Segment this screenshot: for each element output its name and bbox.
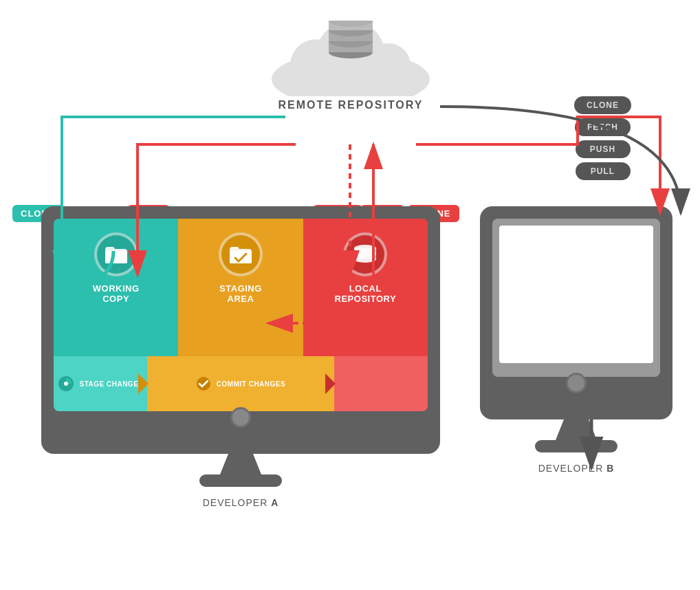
cloud-section: REMOTE REPOSITORY — [234, 21, 468, 111]
commit-arrow — [325, 373, 342, 394]
stage-changes-label: STAGE CHANGES — [80, 380, 144, 388]
monitor-a-button — [230, 407, 251, 428]
svg-point-23 — [64, 382, 68, 386]
working-copy-zone: WORKING COPY — [54, 219, 178, 356]
commit-changes-zone: COMMIT CHANGES — [147, 356, 334, 411]
developer-b-bold: B — [606, 463, 614, 474]
commit-icon — [196, 376, 211, 391]
svg-point-15 — [54, 219, 113, 285]
computer-a: WORKING COPY STAGING AREA — [41, 206, 440, 508]
developer-b-text: DEVELOPER — [538, 463, 604, 474]
monitor-a: WORKING COPY STAGING AREA — [41, 206, 440, 454]
developer-a-label: DEVELOPER A — [41, 497, 440, 508]
screen-a: WORKING COPY STAGING AREA — [54, 219, 428, 411]
pull-b-btn: PULL — [576, 162, 631, 180]
zones-row: WORKING COPY STAGING AREA — [54, 219, 428, 356]
local-repo-zone: LOCAL REPOSITORY — [303, 219, 428, 356]
monitor-b-button — [566, 373, 587, 393]
staging-icon — [219, 232, 263, 276]
screen-b — [492, 219, 660, 377]
remote-repo-label: REMOTE REPOSITORY — [234, 99, 468, 111]
monitor-a-base — [199, 474, 282, 487]
staging-icon-svg — [228, 244, 253, 265]
local-repo-icon — [343, 232, 387, 276]
developer-a-text: DEVELOPER — [203, 497, 268, 508]
clone-b-btn: CLONE — [574, 96, 631, 114]
local-repo-label: LOCAL REPOSITORY — [335, 283, 397, 304]
local-db-svg — [352, 243, 378, 266]
fetch-b-btn: FETCH — [575, 118, 631, 136]
monitor-b-base — [535, 440, 617, 452]
cloud-shape-svg — [261, 21, 440, 96]
svg-marker-26 — [325, 373, 336, 394]
screen-b-content — [499, 226, 653, 363]
working-copy-circle-arrow — [54, 219, 124, 289]
bottom-bar: STAGE CHANGES COMMIT CHANGES — [54, 356, 428, 411]
staging-area-zone: STAGING AREA — [178, 219, 303, 356]
monitor-a-bezel — [54, 411, 428, 433]
monitor-b-stand — [556, 419, 597, 440]
monitor-b — [480, 206, 672, 419]
svg-point-7 — [367, 43, 411, 87]
svg-marker-16 — [88, 219, 102, 226]
staging-area-label: STAGING AREA — [219, 283, 262, 304]
stage-arrow — [138, 373, 155, 394]
developer-a-bold: A — [271, 497, 278, 508]
monitor-b-bezel — [492, 377, 660, 399]
stage-changes-icon — [58, 375, 74, 392]
commit-changes-label: COMMIT CHANGES — [217, 380, 285, 388]
computer-b: CLONE FETCH PUSH PULL DEVELOPER B — [480, 206, 672, 474]
svg-point-21 — [354, 256, 376, 263]
btn-stack-b: CLONE FETCH PUSH PULL — [574, 96, 631, 180]
diagram-container: REMOTE REPOSITORY PULL FETCH PUSH CLONE … — [0, 0, 700, 590]
monitor-a-stand — [220, 454, 261, 474]
local-bottom-zone — [334, 356, 428, 411]
developer-b-label: DEVELOPER B — [480, 463, 672, 474]
push-b-btn: PUSH — [576, 140, 631, 158]
svg-marker-24 — [138, 373, 149, 394]
stage-changes-zone: STAGE CHANGES — [54, 356, 147, 411]
